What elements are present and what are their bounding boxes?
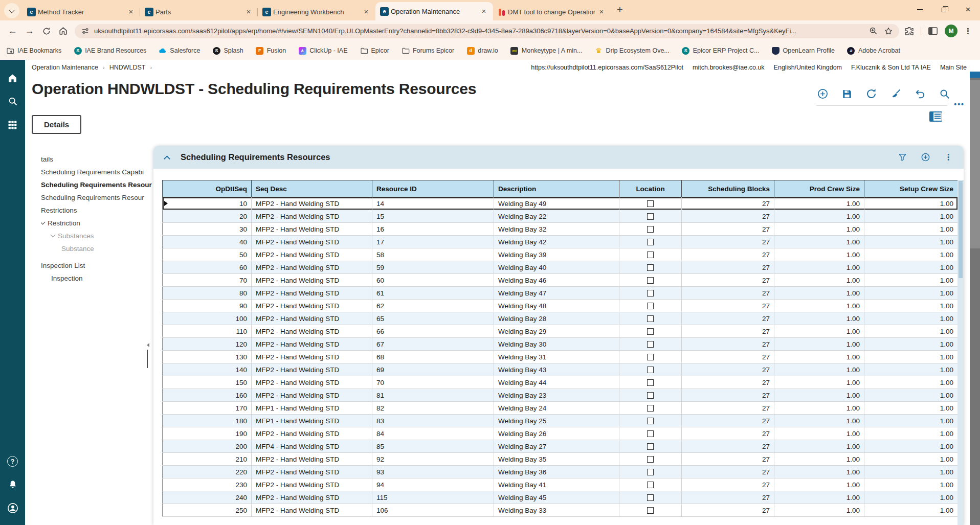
cell-setup-crew-size[interactable]: 1.00: [864, 363, 958, 376]
cell-opdtlseq[interactable]: 140: [163, 363, 252, 376]
cell-prod-crew-size[interactable]: 1.00: [774, 466, 864, 478]
panel-menu-icon[interactable]: ⋮: [944, 152, 952, 162]
cell-scheduling-blocks[interactable]: 27: [682, 415, 774, 427]
col-location[interactable]: Location: [619, 180, 682, 197]
rail-profile-button[interactable]: [0, 496, 25, 520]
table-row[interactable]: 230MFP2 - Hand Welding STD94Welding Bay …: [163, 478, 958, 491]
bookmark-item[interactable]: Salesforce: [159, 47, 200, 55]
cell-scheduling-blocks[interactable]: 27: [682, 197, 774, 210]
cell-seq-desc[interactable]: MFP2 - Hand Welding STD: [252, 223, 372, 236]
location-checkbox[interactable]: [647, 443, 654, 450]
cell-description[interactable]: Welding Bay 22: [494, 210, 619, 223]
cell-opdtlseq[interactable]: 170: [163, 402, 252, 415]
cell-prod-crew-size[interactable]: 1.00: [774, 338, 864, 351]
cell-resource-id[interactable]: 82: [372, 402, 494, 415]
cell-location[interactable]: [619, 274, 682, 287]
bookmark-star-button[interactable]: [884, 27, 893, 36]
tree-item[interactable]: Substances: [41, 230, 153, 242]
cell-seq-desc[interactable]: MFP2 - Hand Welding STD: [252, 376, 372, 389]
tree-item[interactable]: Inspection: [41, 272, 153, 285]
tree-item[interactable]: Restriction: [41, 217, 153, 230]
cell-scheduling-blocks[interactable]: 27: [682, 440, 774, 453]
cell-scheduling-blocks[interactable]: 27: [682, 287, 774, 300]
cell-description[interactable]: Welding Bay 49: [494, 197, 619, 210]
cell-resource-id[interactable]: 83: [372, 415, 494, 427]
cell-description[interactable]: Welding Bay 26: [494, 427, 619, 440]
cell-opdtlseq[interactable]: 80: [163, 287, 252, 300]
cell-scheduling-blocks[interactable]: 27: [682, 274, 774, 287]
cell-seq-desc[interactable]: MFP2 - Hand Welding STD: [252, 274, 372, 287]
location-checkbox[interactable]: [647, 367, 654, 373]
cell-location[interactable]: [619, 300, 682, 312]
cell-seq-desc[interactable]: MFP2 - Hand Welding STD: [252, 453, 372, 466]
cell-location[interactable]: [619, 402, 682, 415]
cell-resource-id[interactable]: 16: [372, 223, 494, 236]
add-row-icon[interactable]: [921, 152, 930, 162]
table-row[interactable]: 70MFP2 - Hand Welding STD60Welding Bay 4…: [163, 274, 958, 287]
site-info-icon[interactable]: [81, 27, 90, 35]
cell-resource-id[interactable]: 85: [372, 440, 494, 453]
cell-description[interactable]: Welding Bay 30: [494, 338, 619, 351]
cell-description[interactable]: Welding Bay 29: [494, 325, 619, 338]
cell-setup-crew-size[interactable]: 1.00: [864, 210, 958, 223]
cell-prod-crew-size[interactable]: 1.00: [774, 312, 864, 325]
table-row[interactable]: 130MFP2 - Hand Welding STD68Welding Bay …: [163, 351, 958, 363]
tab-active[interactable]: eOperation Maintenance×: [375, 2, 493, 20]
cell-prod-crew-size[interactable]: 1.00: [774, 504, 864, 517]
cell-location[interactable]: [619, 440, 682, 453]
refresh-icon[interactable]: [865, 88, 877, 100]
cell-setup-crew-size[interactable]: 1.00: [864, 453, 958, 466]
cell-seq-desc[interactable]: MFP2 - Hand Welding STD: [252, 210, 372, 223]
location-checkbox[interactable]: [647, 494, 654, 501]
table-row[interactable]: 80MFP2 - Hand Welding STD61Welding Bay 4…: [163, 287, 958, 300]
cell-prod-crew-size[interactable]: 1.00: [774, 274, 864, 287]
table-row[interactable]: 170MFP1 - Hand Welding STD82Welding Bay …: [163, 402, 958, 415]
cell-resource-id[interactable]: 92: [372, 453, 494, 466]
cell-opdtlseq[interactable]: 160: [163, 389, 252, 402]
filter-icon[interactable]: [898, 153, 907, 162]
cell-opdtlseq[interactable]: 50: [163, 248, 252, 261]
cell-location[interactable]: [619, 325, 682, 338]
cell-prod-crew-size[interactable]: 1.00: [774, 351, 864, 363]
address-bar[interactable]: uksouthdtpilot11.epicorsaas.com/saas612p…: [75, 24, 899, 38]
cell-description[interactable]: Welding Bay 25: [494, 415, 619, 427]
cell-description[interactable]: Welding Bay 40: [494, 261, 619, 274]
bookmark-item[interactable]: Epicor: [360, 47, 389, 55]
tab[interactable]: eEngineering Workbench×: [258, 3, 375, 20]
cell-opdtlseq[interactable]: 110: [163, 325, 252, 338]
bookmark-item[interactable]: SSplash: [212, 47, 243, 55]
cell-opdtlseq[interactable]: 190: [163, 427, 252, 440]
rail-home-button[interactable]: [0, 66, 25, 89]
chevron-down-icon[interactable]: [41, 220, 45, 225]
cell-location[interactable]: [619, 351, 682, 363]
cell-location[interactable]: [619, 415, 682, 427]
cell-location[interactable]: [619, 312, 682, 325]
cell-prod-crew-size[interactable]: 1.00: [774, 223, 864, 236]
cell-prod-crew-size[interactable]: 1.00: [774, 491, 864, 504]
restore-button[interactable]: [932, 0, 956, 19]
cell-seq-desc[interactable]: MFP2 - Hand Welding STD: [252, 248, 372, 261]
cell-description[interactable]: Welding Bay 41: [494, 478, 619, 491]
tab-close-icon[interactable]: ×: [597, 7, 606, 16]
bookmark-item[interactable]: aAdobe Acrobat: [847, 47, 900, 55]
cell-location[interactable]: [619, 338, 682, 351]
cell-seq-desc[interactable]: MFP1 - Hand Welding STD: [252, 402, 372, 415]
minimize-button[interactable]: [908, 0, 932, 19]
cell-location[interactable]: [619, 287, 682, 300]
cell-setup-crew-size[interactable]: 1.00: [864, 415, 958, 427]
cell-opdtlseq[interactable]: 220: [163, 466, 252, 478]
tree-collapse-handle[interactable]: [147, 343, 149, 347]
cell-description[interactable]: Welding Bay 31: [494, 351, 619, 363]
cell-scheduling-blocks[interactable]: 27: [682, 248, 774, 261]
cell-setup-crew-size[interactable]: 1.00: [864, 478, 958, 491]
cell-setup-crew-size[interactable]: 1.00: [864, 197, 958, 210]
cell-prod-crew-size[interactable]: 1.00: [774, 210, 864, 223]
cell-location[interactable]: [619, 427, 682, 440]
table-row[interactable]: 10MFP2 - Hand Welding STD14Welding Bay 4…: [163, 197, 958, 210]
rail-apps-button[interactable]: [0, 113, 25, 136]
cell-scheduling-blocks[interactable]: 27: [682, 376, 774, 389]
cell-setup-crew-size[interactable]: 1.00: [864, 351, 958, 363]
location-checkbox[interactable]: [647, 328, 654, 335]
cell-resource-id[interactable]: 69: [372, 363, 494, 376]
cell-opdtlseq[interactable]: 230: [163, 478, 252, 491]
